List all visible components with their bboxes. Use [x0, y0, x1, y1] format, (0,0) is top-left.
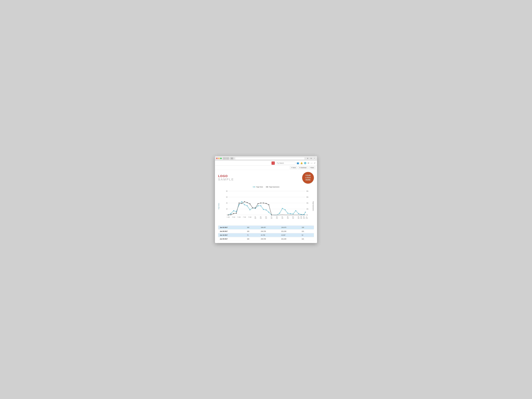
add-button[interactable]: +	[272, 162, 275, 165]
svg-text:1. Jan: 1. Jan	[227, 216, 230, 218]
new-tab-button[interactable]: +	[313, 157, 316, 160]
pv-dot	[230, 213, 231, 214]
window-layout-button[interactable]: ⊞	[230, 157, 233, 160]
svg-text:17.: 17.	[271, 216, 272, 217]
table-cell-date: Jan 16 2017	[218, 233, 245, 237]
search-box[interactable]: 🔍	[276, 162, 296, 165]
traffic-light-close[interactable]	[216, 158, 218, 159]
legend-page-views: Page Views	[253, 186, 263, 188]
browser-chrome: ‹ › ⊞ ⬆ ⧉ +	[215, 156, 317, 161]
svg-text:0k: 0k	[306, 214, 308, 215]
svg-text:Jan: Jan	[254, 217, 256, 219]
table-cell-value: 221,230	[280, 237, 300, 241]
svg-text:Jan: Jan	[282, 217, 283, 219]
svg-text:7. Jan: 7. Jan	[243, 216, 246, 218]
traffic-light-fullscreen[interactable]	[220, 158, 222, 159]
imp-dot	[249, 203, 250, 204]
more-label: More	[311, 167, 314, 168]
table-cell-value: 221,230	[280, 229, 300, 233]
imp-dot	[268, 204, 269, 205]
table-cell-value: 149,470	[280, 226, 300, 229]
imp-dot	[228, 215, 229, 215]
svg-text:15.: 15.	[265, 216, 267, 217]
imp-dot	[236, 213, 237, 214]
table-row: Jan 02 2017182168,457149,470100	[218, 226, 314, 229]
send-button[interactable]: ✉ Send	[290, 166, 297, 169]
imp-dot	[255, 208, 256, 208]
legend-page-views-line-icon	[253, 186, 256, 188]
table-cell-value: 100	[300, 226, 314, 229]
forward-button[interactable]: ›	[226, 157, 229, 160]
svg-text:Jan: Jan	[300, 217, 302, 219]
search-icon: 🔍	[277, 162, 279, 164]
external-link-icon[interactable]: ↗	[314, 162, 315, 164]
svg-text:2.: 2.	[306, 216, 307, 217]
share-icon[interactable]: ⬆	[306, 157, 309, 160]
settings-icon[interactable]: ⚙	[308, 162, 309, 164]
table-cell-date: Jan 09 2017	[218, 237, 245, 241]
svg-text:80: 80	[226, 190, 228, 192]
pv-dot	[258, 205, 259, 206]
chart-legend: Page Views Page Impressions	[218, 186, 314, 188]
back-button[interactable]: ‹	[223, 157, 226, 160]
y-axis-right-label: Page Impressions	[313, 201, 314, 211]
chart-inner: 0 20 40 60 80 0k 20k 40k 60k 80k	[220, 189, 312, 223]
svg-text:11.: 11.	[255, 216, 256, 217]
toolbar-icons: 👥 🔔 🌐 ⚙ — ↗	[297, 162, 315, 164]
browser-actions: ⬆ ⧉ +	[306, 157, 316, 160]
browser-titlebar: ‹ › ⊞ ⬆ ⧉ +	[216, 157, 316, 160]
address-bar[interactable]	[235, 157, 305, 160]
svg-text:3. Jan: 3. Jan	[232, 216, 235, 218]
table-cell-date: Jan 09 2017	[218, 229, 245, 233]
pv-dot	[282, 208, 283, 209]
table-cell-value: 44,766	[259, 233, 280, 237]
send-label: Send	[293, 167, 296, 168]
svg-text:0: 0	[227, 214, 228, 215]
svg-point-1	[254, 187, 254, 187]
globe-icon[interactable]: 🌐	[304, 162, 306, 164]
table-cell-value: 121	[300, 229, 314, 233]
svg-text:29.: 29.	[300, 216, 302, 217]
more-button[interactable]: ▾ More	[309, 166, 315, 169]
minimize-icon[interactable]: —	[310, 162, 312, 164]
duplicate-icon[interactable]: ⧉	[310, 157, 312, 160]
pv-dot	[268, 212, 269, 213]
pv-dot	[244, 204, 245, 205]
users-icon[interactable]: 👥	[297, 162, 299, 164]
legend-page-impressions-line-icon	[266, 186, 269, 188]
pv-dot	[249, 209, 250, 210]
imp-dot	[230, 214, 231, 215]
pv-dot	[260, 205, 261, 206]
svg-text:20: 20	[226, 208, 228, 210]
logo-top-text: LOGO	[218, 174, 234, 178]
pv-dot	[247, 205, 247, 206]
pv-dot	[263, 209, 264, 210]
svg-text:19.: 19.	[276, 216, 278, 217]
table-cell-value: 244,735	[259, 229, 280, 233]
table-cell-value: 192	[245, 229, 259, 233]
pv-dot	[233, 210, 234, 211]
imp-dot	[260, 203, 261, 203]
browser-window: ‹ › ⊞ ⬆ ⧉ + + 🔍 👥 🔔 🌐 ⚙ — ↗	[215, 156, 317, 243]
download-button[interactable]: ⬇ Download	[298, 166, 308, 169]
pv-dot	[293, 214, 294, 214]
search-input[interactable]	[279, 162, 294, 164]
imp-dot	[241, 203, 242, 204]
svg-text:Jan: Jan	[303, 217, 305, 219]
table-cell-value: 168,457	[259, 226, 280, 229]
notification-icon[interactable]: 🔔	[300, 162, 303, 164]
logo-circle-line3: HERE	[305, 179, 310, 181]
traffic-light-minimize[interactable]	[218, 158, 220, 159]
header-logos: LOGO SAMPLE YOUR LOGO HERE	[218, 172, 314, 184]
imp-dot	[247, 202, 247, 203]
table-row: Jan 09 2017192244,735221,230121	[218, 229, 314, 233]
svg-text:Jan: Jan	[287, 217, 289, 219]
table-cell-date: Jan 02 2017	[218, 226, 245, 229]
chart-svg: 0 20 40 60 80 0k 20k 40k 60k 80k	[220, 189, 312, 223]
download-icon: ⬇	[299, 167, 300, 168]
pv-dot	[279, 213, 280, 214]
svg-text:13.: 13.	[260, 216, 261, 217]
logo-circle-line1: YOUR	[305, 174, 311, 177]
chart-area: Page Views 0 20 40 60 80	[218, 189, 314, 223]
svg-text:27.: 27.	[298, 216, 299, 217]
